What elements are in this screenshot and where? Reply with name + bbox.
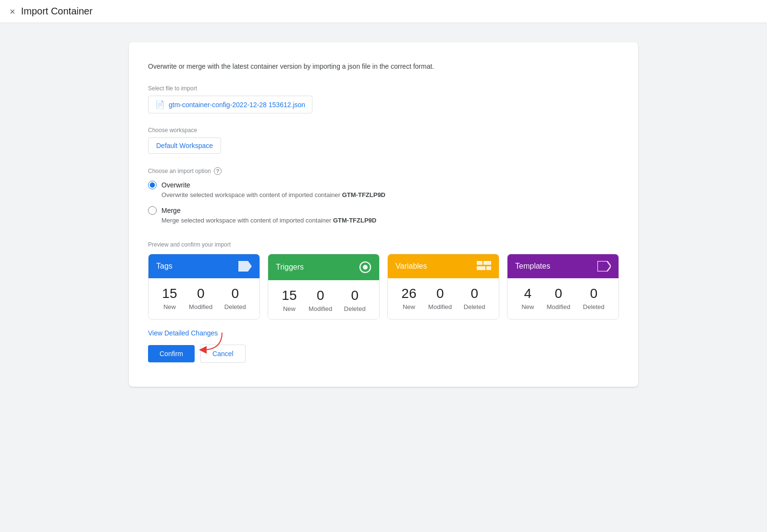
tags-deleted-value: 0 [231, 287, 239, 300]
actions-row: View Detailed Changes Confirm Cancel [148, 329, 619, 363]
templates-card: Templates 4 New 0 Modified [507, 254, 619, 320]
triggers-modified-label: Modified [309, 305, 332, 312]
merge-option: Merge Merge selected workspace with cont… [148, 206, 619, 224]
main-content: Overwrite or merge with the latest conta… [0, 23, 767, 406]
tags-card: Tags 15 New 0 Modified [148, 254, 260, 320]
triggers-deleted-label: Deleted [344, 305, 366, 312]
tags-new-value: 15 [162, 287, 177, 300]
svg-rect-6 [486, 266, 491, 270]
triggers-modified-col: 0 Modified [309, 289, 332, 312]
triggers-label: Triggers [276, 263, 304, 272]
page-title: Import Container [21, 6, 93, 17]
svg-point-2 [363, 265, 368, 270]
variables-deleted-value: 0 [470, 287, 478, 300]
tags-new-label: New [163, 303, 176, 310]
templates-modified-col: 0 Modified [547, 287, 570, 310]
svg-rect-5 [477, 266, 485, 270]
confirm-button[interactable]: Confirm [148, 345, 195, 362]
stat-cards-row: Tags 15 New 0 Modified [148, 254, 619, 320]
variables-body: 26 New 0 Modified 0 Deleted [388, 278, 499, 317]
triggers-modified-value: 0 [317, 289, 324, 302]
triggers-header: Triggers [268, 254, 379, 280]
templates-modified-value: 0 [555, 287, 562, 300]
templates-body: 4 New 0 Modified 0 Deleted [507, 278, 619, 317]
tags-modified-col: 0 Modified [189, 287, 212, 310]
variables-new-label: New [403, 303, 415, 310]
variables-deleted-col: 0 Deleted [464, 287, 485, 310]
file-section-label: Select file to import [148, 85, 619, 92]
help-icon[interactable]: ? [214, 167, 222, 175]
svg-rect-4 [483, 261, 491, 265]
triggers-body: 15 New 0 Modified 0 Deleted [268, 280, 379, 319]
tags-deleted-label: Deleted [224, 303, 246, 310]
tags-new-col: 15 New [162, 287, 177, 310]
overwrite-radio[interactable] [148, 181, 157, 189]
templates-deleted-col: 0 Deleted [583, 287, 605, 310]
templates-new-col: 4 New [521, 287, 534, 310]
variables-modified-value: 0 [436, 287, 444, 300]
svg-marker-0 [238, 261, 252, 272]
arrow-indicator [191, 330, 230, 356]
tags-modified-label: Modified [189, 303, 212, 310]
tags-header: Tags [148, 254, 260, 278]
tag-icon [238, 261, 252, 272]
triggers-new-value: 15 [282, 289, 297, 302]
triggers-new-label: New [283, 305, 296, 312]
arrow-svg [191, 330, 230, 354]
variables-modified-label: Modified [428, 303, 452, 310]
templates-modified-label: Modified [547, 303, 570, 310]
tags-modified-value: 0 [197, 287, 205, 300]
variables-label: Variables [396, 262, 427, 271]
overwrite-desc: Overwrite selected workspace with conten… [148, 191, 619, 198]
tags-deleted-col: 0 Deleted [224, 287, 246, 310]
file-icon: 📄 [155, 100, 165, 109]
import-option-section: Choose an import option ? Overwrite Over… [148, 167, 619, 224]
preview-label: Preview and confirm your import [148, 241, 619, 248]
triggers-deleted-col: 0 Deleted [344, 289, 366, 312]
description-text: Overwrite or merge with the latest conta… [148, 62, 619, 72]
tags-label: Tags [156, 262, 173, 271]
variables-deleted-label: Deleted [464, 303, 485, 310]
page-header: × Import Container [0, 0, 767, 23]
tags-body: 15 New 0 Modified 0 Deleted [148, 278, 260, 317]
overwrite-label: Overwrite [161, 181, 190, 189]
variables-header: Variables [388, 254, 499, 278]
merge-radio[interactable] [148, 206, 157, 215]
triggers-new-col: 15 New [282, 289, 297, 312]
file-selector[interactable]: 📄 gtm-container-config-2022-12-28 153612… [148, 96, 312, 113]
template-icon [597, 261, 611, 272]
templates-deleted-label: Deleted [583, 303, 605, 310]
close-icon[interactable]: × [10, 7, 15, 16]
workspace-label: Choose workspace [148, 127, 619, 134]
buttons-row: Confirm Cancel [148, 345, 619, 363]
merge-desc: Merge selected workspace with content of… [148, 217, 619, 224]
templates-new-value: 4 [524, 287, 532, 300]
overwrite-option: Overwrite Overwrite selected workspace w… [148, 181, 619, 198]
variables-modified-col: 0 Modified [428, 287, 452, 310]
templates-new-label: New [521, 303, 534, 310]
triggers-deleted-value: 0 [351, 289, 359, 302]
templates-deleted-value: 0 [590, 287, 598, 300]
templates-label: Templates [515, 262, 550, 271]
file-name: gtm-container-config-2022-12-28 153612.j… [169, 101, 305, 109]
merge-label: Merge [161, 207, 181, 214]
variable-icon [477, 261, 491, 272]
variables-new-value: 26 [401, 287, 416, 300]
trigger-icon [359, 261, 371, 273]
triggers-card: Triggers 15 New 0 Modified [268, 254, 380, 320]
import-option-title: Choose an import option ? [148, 167, 619, 175]
preview-section: Preview and confirm your import Tags 15 … [148, 241, 619, 320]
templates-header: Templates [507, 254, 619, 278]
variables-card: Variables 26 New [387, 254, 499, 320]
workspace-button[interactable]: Default Workspace [148, 137, 221, 154]
svg-marker-7 [597, 261, 611, 272]
svg-rect-3 [477, 261, 482, 265]
import-card: Overwrite or merge with the latest conta… [129, 42, 638, 387]
variables-new-col: 26 New [401, 287, 416, 310]
workspace-section: Choose workspace Default Workspace [148, 127, 619, 154]
